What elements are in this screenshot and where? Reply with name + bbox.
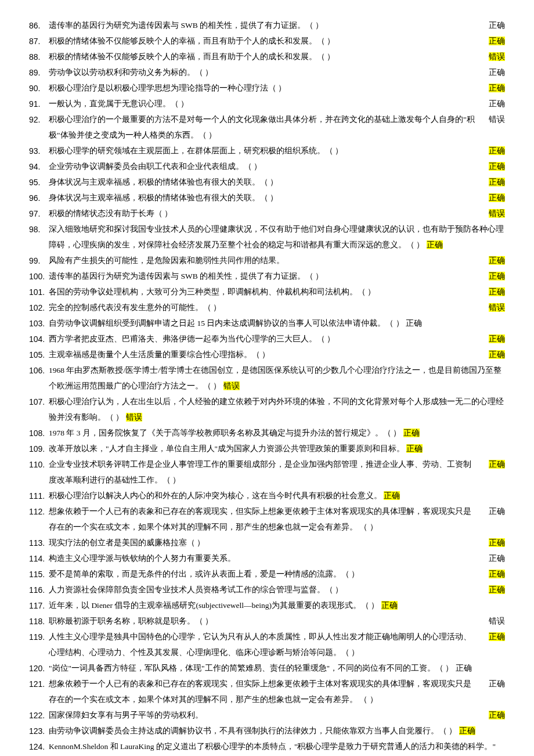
- answer-label: 正确: [403, 429, 420, 437]
- question-number: 124.: [29, 739, 45, 755]
- question-number: 116.: [29, 582, 45, 598]
- question-text: 构造主义心理学派与铁钦纳的个人努力有重要关系。: [49, 550, 478, 566]
- question-text: KennonM.Sheldon 和 LauraKing 的定义道出了积极心理学的…: [49, 742, 496, 751]
- question-text: 现实疗法的创立者是美国的威廉格拉塞（ ）: [49, 535, 478, 550]
- question-text: 遗传率的基因行为研究为遗传因素与 SWB 的相关性，提供了有力证据。（ ）: [49, 268, 478, 284]
- question-item: 101.各国的劳动争议处理机构，大致可分为三种类型，即调解机构、仲裁机构和司法机…: [29, 284, 505, 300]
- answer-label: 错误: [489, 209, 505, 218]
- answer-label: 正确: [489, 21, 505, 30]
- question-item: 115.爱不是简单的索取，而是无条件的付出，或许从表面上看，爱是一种情感的流露。…: [29, 566, 505, 582]
- question-item: 120."岗位"一词具备西方特征，军队风格，体现"工作的简繁难易、责任的轻重缓急…: [29, 660, 505, 676]
- question-item: 98.深入细致地研究和探讨我国专业技术人员的心理健康状况，不仅有助于他们对自身心…: [29, 221, 505, 253]
- question-item: 88.积极的情绪体验不仅能够反映个人的幸福，而且有助于个人的成长和发展。（ ）错…: [29, 49, 505, 64]
- question-item: 113.现实疗法的创立者是美国的威廉格拉塞（ ）正确: [29, 535, 505, 550]
- question-item: 106.1968 年由罗杰斯教授/医学博士/哲学博士在德国创立，是德国医保系统认…: [29, 362, 505, 394]
- question-item: 123.由劳动争议调解委员会主持达成的调解协议书，不具有强制执行的法律效力，只能…: [29, 723, 505, 739]
- answer-label: 正确: [456, 664, 472, 672]
- question-item: 96.身体状况与主观幸福感，积极的情绪体验也有很大的关联。（ ）正确: [29, 190, 505, 206]
- question-number: 111.: [29, 488, 45, 504]
- question-number: 119.: [29, 629, 45, 645]
- question-number: 99.: [29, 253, 40, 269]
- question-item: 117.近年来，以 Diener 倡导的主观幸福感研究(subjectivewe…: [29, 597, 505, 613]
- question-item: 90.积极心理治疗是以积极心理学思想为理论指导的一种心理疗法（ ）正确: [29, 80, 505, 96]
- question-text: 想象依赖于一个人已有的表象和已存在的客观现实，但实际上想象更依赖于主体对客观现实…: [49, 503, 478, 535]
- question-item: 103.自劳动争议调解组织受到调解申请之日起 15 日内未达成调解协议的当事人可…: [29, 315, 505, 331]
- question-item: 111.积极心理治疗以解决人内心的和外在的人际冲突为核心，这在当今时代具有积极的…: [29, 488, 505, 503]
- question-item: 110.企业专业技术职务评聘工作是企业人事管理工作的重要组成部分，是企业加强内部…: [29, 456, 505, 488]
- answer-label: 正确: [459, 726, 475, 735]
- question-text: 积极的情绪体验不仅能够反映个人的幸福，而且有助于个人的成长和发展。（ ）: [49, 49, 478, 64]
- question-number: 105.: [29, 347, 45, 363]
- answer-label: 错误: [126, 413, 142, 422]
- answer-label: 正确: [489, 256, 505, 265]
- question-number: 117.: [29, 597, 45, 614]
- question-number: 122.: [29, 707, 45, 723]
- question-number: 118.: [29, 613, 45, 629]
- answer-label: 正确: [406, 444, 423, 453]
- question-text: "岗位"一词具备西方特征，军队风格，体现"工作的简繁难易、责任的轻重缓急"，不同…: [49, 664, 456, 672]
- question-number: 107.: [29, 394, 45, 410]
- question-item: 109.改革开放以来，"人才自主择业，单位自主用人"成为国家人力资源公共管理政策…: [29, 441, 505, 456]
- question-number: 94.: [29, 159, 40, 175]
- question-number: 86.: [29, 17, 40, 34]
- answer-label: 正确: [489, 146, 505, 155]
- question-text: 积极心理治疗的一个最重要的方法不是对每一个人的文化现象做出具体分析，并在跨文化的…: [49, 111, 478, 143]
- question-item: 99.风险有产生损失的可能性，是危险因素和脆弱性共同作用的结果。正确: [29, 253, 505, 268]
- answer-label: 正确: [489, 350, 505, 359]
- question-text: 企业劳动争议调解委员会由职工代表和企业代表组成。（ ）: [49, 159, 478, 174]
- answer-label: 正确: [406, 319, 422, 327]
- question-number: 98.: [29, 221, 40, 237]
- question-text: 1978 年 3 月，国务院恢复了《关于高等学校教师职务名称及其确定与提升办法的…: [49, 429, 403, 437]
- question-text: 积极的情绪状态没有助于长寿（ ）: [49, 206, 478, 221]
- answer-label: 正确: [489, 570, 505, 578]
- question-item: 95.身体状况与主观幸福感，积极的情绪体验也有很大的关联。（ ）正确: [29, 174, 505, 190]
- answer-label: 正确: [384, 491, 400, 500]
- answer-label: 错误: [489, 617, 505, 625]
- question-number: 92.: [29, 111, 40, 128]
- answer-label: 正确: [489, 632, 505, 641]
- question-number: 114.: [29, 550, 45, 567]
- question-text: 积极心理学的研究领域在主观层面上，在群体层面上，研究积极的组织系统。（ ）: [49, 143, 478, 159]
- question-list: 86.遗传率的基因行为研究为遗传因素与 SWB 的相关性，提供了有力证据。（ ）…: [29, 17, 505, 756]
- question-number: 96.: [29, 190, 40, 206]
- question-item: 119.人性主义心理学是独具中国特色的心理学，它认为只有从人的本质属性，即从人性…: [29, 629, 505, 660]
- answer-label: 正确: [381, 601, 398, 610]
- question-number: 91.: [29, 96, 40, 112]
- answer-label: 正确: [489, 711, 505, 719]
- question-item: 105.主观幸福感是衡量个人生活质量的重要综合性心理指标。（ ）正确: [29, 347, 505, 362]
- question-text: 积极心理治疗以解决人内心的和外在的人际冲突为核心，这在当今时代具有积极的社会意义…: [49, 491, 384, 500]
- answer-label: 正确: [489, 162, 505, 171]
- question-text: 企业专业技术职务评聘工作是企业人事管理工作的重要组成部分，是企业加强内部管理，推…: [49, 456, 478, 488]
- question-item: 97.积极的情绪状态没有助于长寿（ ）错误: [29, 206, 505, 221]
- answer-label: 错误: [223, 381, 240, 390]
- answer-label: 正确: [489, 99, 505, 108]
- question-text: 劳动争议以劳动权利和劳动义务为标的。（ ）: [49, 64, 478, 80]
- question-text: 国家保障妇女享有与男子平等的劳动权利。: [49, 707, 478, 723]
- question-item: 93.积极心理学的研究领域在主观层面上，在群体层面上，研究积极的组织系统。（ ）…: [29, 143, 505, 159]
- question-item: 122.国家保障妇女享有与男子平等的劳动权利。正确: [29, 707, 505, 723]
- answer-label: 正确: [489, 37, 505, 45]
- question-text: 职称最初源于职务名称，职称就是职务。（ ）: [49, 613, 478, 629]
- answer-label: 正确: [489, 272, 505, 280]
- question-number: 89.: [29, 64, 40, 81]
- question-text: 积极心理治疗是以积极心理学思想为理论指导的一种心理疗法（ ）: [49, 80, 478, 96]
- question-text: 西方学者把皮亚杰、巴甫洛夫、弗洛伊德一起奉为当代心理学的三大巨人。（ ）: [49, 331, 478, 347]
- question-text: 1968 年由罗杰斯教授/医学博士/哲学博士在德国创立，是德国医保系统认可的少数…: [49, 366, 501, 390]
- question-item: 94.企业劳动争议调解委员会由职工代表和企业代表组成。（ ）正确: [29, 159, 505, 174]
- question-number: 108.: [29, 425, 45, 441]
- answer-label: 错误: [489, 115, 505, 124]
- question-text: 想象依赖于一个人已有的表象和已存在的客观现实，但实际上想象更依赖于主体对客观现实…: [49, 676, 478, 707]
- question-number: 123.: [29, 723, 45, 739]
- answer-label: 正确: [489, 68, 505, 77]
- question-number: 115.: [29, 566, 45, 582]
- question-number: 113.: [29, 535, 45, 551]
- question-number: 112.: [29, 503, 45, 520]
- question-item: 118.职称最初源于职务名称，职称就是职务。（ ）错误: [29, 613, 505, 629]
- question-item: 86.遗传率的基因行为研究为遗传因素与 SWB 的相关性，提供了有力证据。（ ）…: [29, 17, 505, 33]
- answer-label: 正确: [489, 679, 505, 688]
- question-item: 100.遗传率的基因行为研究为遗传因素与 SWB 的相关性，提供了有力证据。（ …: [29, 268, 505, 284]
- answer-label: 正确: [489, 287, 505, 296]
- question-item: 102.完全的控制感代表没有发生意外的可能性。（ ）错误: [29, 300, 505, 315]
- question-text: 由劳动争议调解委员会主持达成的调解协议书，不具有强制执行的法律效力，只能依靠双方…: [49, 726, 459, 735]
- question-text: 人性主义心理学是独具中国特色的心理学，它认为只有从人的本质属性，即从人性出发才能…: [49, 629, 478, 660]
